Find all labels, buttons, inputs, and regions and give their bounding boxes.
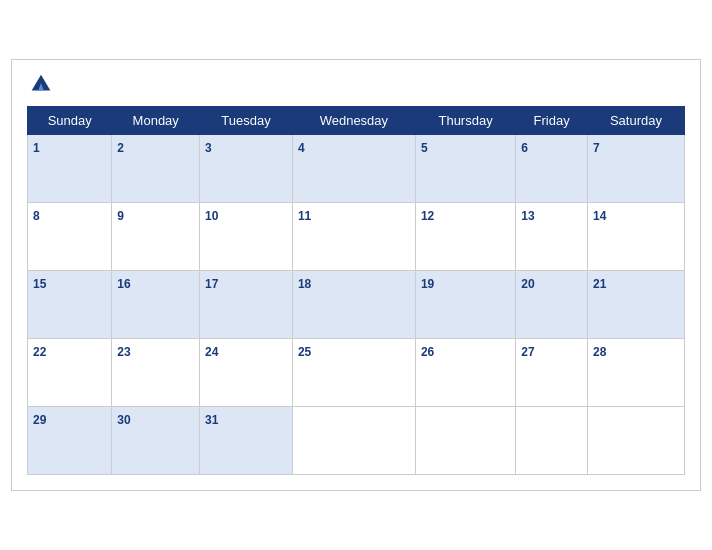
calendar-cell: 17 (200, 271, 293, 339)
day-number: 15 (33, 277, 46, 291)
calendar-week-row: 293031 (28, 407, 685, 475)
day-number: 27 (521, 345, 534, 359)
day-number: 10 (205, 209, 218, 223)
calendar-cell (587, 407, 684, 475)
calendar-cell: 22 (28, 339, 112, 407)
logo-area (27, 70, 59, 98)
day-number: 30 (117, 413, 130, 427)
day-number: 26 (421, 345, 434, 359)
day-number: 3 (205, 141, 212, 155)
day-number: 12 (421, 209, 434, 223)
calendar-cell: 29 (28, 407, 112, 475)
calendar-container: SundayMondayTuesdayWednesdayThursdayFrid… (11, 59, 701, 491)
calendar-cell: 15 (28, 271, 112, 339)
calendar-week-row: 891011121314 (28, 203, 685, 271)
calendar-cell: 31 (200, 407, 293, 475)
calendar-cell: 25 (292, 339, 415, 407)
calendar-cell: 1 (28, 135, 112, 203)
day-number: 5 (421, 141, 428, 155)
generalblue-logo-icon (27, 70, 55, 98)
day-number: 1 (33, 141, 40, 155)
day-number: 2 (117, 141, 124, 155)
calendar-cell (516, 407, 588, 475)
calendar-week-row: 1234567 (28, 135, 685, 203)
day-number: 6 (521, 141, 528, 155)
weekday-header-thursday: Thursday (415, 107, 515, 135)
calendar-cell: 7 (587, 135, 684, 203)
calendar-cell: 10 (200, 203, 293, 271)
calendar-cell: 4 (292, 135, 415, 203)
day-number: 29 (33, 413, 46, 427)
day-number: 24 (205, 345, 218, 359)
calendar-cell: 27 (516, 339, 588, 407)
day-number: 7 (593, 141, 600, 155)
calendar-cell: 18 (292, 271, 415, 339)
calendar-cell: 13 (516, 203, 588, 271)
calendar-cell: 30 (112, 407, 200, 475)
calendar-week-row: 22232425262728 (28, 339, 685, 407)
calendar-cell: 21 (587, 271, 684, 339)
day-number: 8 (33, 209, 40, 223)
calendar-cell: 20 (516, 271, 588, 339)
calendar-table: SundayMondayTuesdayWednesdayThursdayFrid… (27, 106, 685, 475)
weekday-header-saturday: Saturday (587, 107, 684, 135)
weekday-header-friday: Friday (516, 107, 588, 135)
calendar-cell: 3 (200, 135, 293, 203)
calendar-week-row: 15161718192021 (28, 271, 685, 339)
day-number: 4 (298, 141, 305, 155)
calendar-cell: 11 (292, 203, 415, 271)
day-number: 13 (521, 209, 534, 223)
day-number: 22 (33, 345, 46, 359)
day-number: 20 (521, 277, 534, 291)
day-number: 18 (298, 277, 311, 291)
day-number: 31 (205, 413, 218, 427)
day-number: 17 (205, 277, 218, 291)
day-number: 9 (117, 209, 124, 223)
day-number: 14 (593, 209, 606, 223)
calendar-cell: 5 (415, 135, 515, 203)
day-number: 16 (117, 277, 130, 291)
weekday-header-monday: Monday (112, 107, 200, 135)
calendar-cell: 24 (200, 339, 293, 407)
calendar-header (27, 70, 685, 98)
day-number: 19 (421, 277, 434, 291)
weekday-header-row: SundayMondayTuesdayWednesdayThursdayFrid… (28, 107, 685, 135)
calendar-cell: 26 (415, 339, 515, 407)
calendar-cell: 8 (28, 203, 112, 271)
day-number: 11 (298, 209, 311, 223)
weekday-header-wednesday: Wednesday (292, 107, 415, 135)
calendar-cell (292, 407, 415, 475)
day-number: 25 (298, 345, 311, 359)
calendar-body: 1234567891011121314151617181920212223242… (28, 135, 685, 475)
calendar-cell: 6 (516, 135, 588, 203)
calendar-cell: 2 (112, 135, 200, 203)
weekday-header-sunday: Sunday (28, 107, 112, 135)
calendar-cell: 12 (415, 203, 515, 271)
calendar-cell: 23 (112, 339, 200, 407)
calendar-cell: 16 (112, 271, 200, 339)
calendar-cell: 28 (587, 339, 684, 407)
calendar-cell (415, 407, 515, 475)
weekday-header-tuesday: Tuesday (200, 107, 293, 135)
day-number: 23 (117, 345, 130, 359)
calendar-cell: 14 (587, 203, 684, 271)
day-number: 28 (593, 345, 606, 359)
calendar-cell: 9 (112, 203, 200, 271)
day-number: 21 (593, 277, 606, 291)
calendar-cell: 19 (415, 271, 515, 339)
